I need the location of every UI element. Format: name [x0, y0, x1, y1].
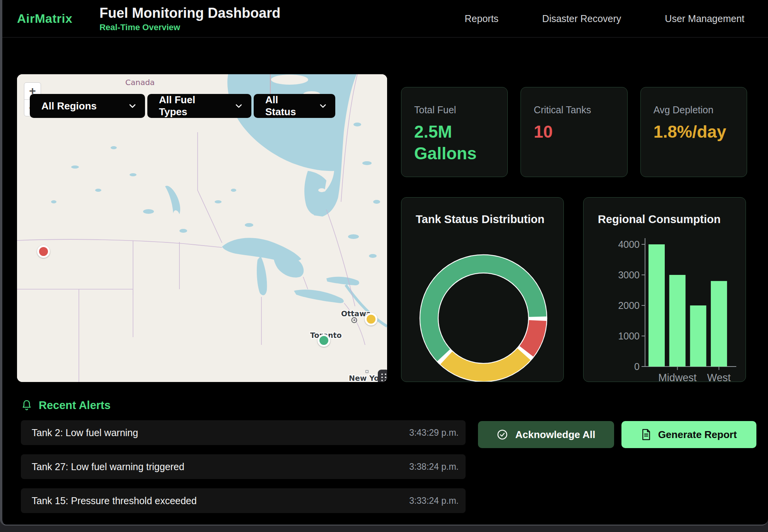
page-subtitle: Real-Time Overview	[99, 22, 280, 32]
chevron-down-icon	[236, 104, 242, 108]
alert-time: 3:38:24 p.m.	[409, 462, 459, 472]
nav-user-management[interactable]: User Management	[665, 13, 744, 24]
right-panel: Total Fuel 2.5M Gallons Critical Tanks 1…	[401, 87, 747, 382]
alert-time: 3:43:29 p.m.	[409, 428, 459, 438]
alert-row: Tank 15: Pressure threshold exceeded 3:3…	[21, 488, 466, 513]
alerts-list-panel: Recent Alerts Tank 2: Low fuel warning 3…	[21, 399, 466, 513]
svg-text:1000: 1000	[618, 331, 640, 341]
page-title: Fuel Monitoring Dashboard	[99, 5, 280, 21]
status-filter-value: All Status	[265, 94, 310, 118]
window-bottom-strip	[0, 525, 768, 531]
new-york-city-icon	[366, 370, 368, 373]
stat-value: 2.5M Gallons	[414, 121, 497, 165]
region-filter-value: All Regions	[41, 100, 97, 112]
alert-message: Tank 15: Pressure threshold exceeded	[32, 495, 197, 506]
map-label-canada: Canada	[125, 78, 155, 87]
stat-label: Critical Tanks	[534, 104, 616, 116]
acknowledge-all-label: Acknowledge All	[515, 429, 595, 441]
fuel-type-filter-value: All Fuel Types	[159, 94, 225, 118]
svg-text:0: 0	[634, 361, 640, 372]
grip-icon[interactable]	[378, 370, 387, 382]
alert-actions: Acknowledge All Generate Report	[478, 421, 756, 513]
alert-list: Tank 2: Low fuel warning 3:43:29 p.m. Ta…	[21, 420, 466, 513]
alerts-title: Recent Alerts	[39, 399, 111, 412]
alerts-header: Recent Alerts	[21, 399, 466, 412]
generate-report-label: Generate Report	[658, 429, 737, 441]
svg-text:West: West	[707, 372, 731, 382]
svg-text:Midwest: Midwest	[658, 372, 697, 382]
fuel-map[interactable]: Canada Ottawa Toronto New York + − All	[17, 74, 387, 382]
alert-time: 3:33:24 p.m.	[409, 496, 459, 506]
chart-title: Tank Status Distribution	[401, 198, 563, 226]
chart-cards: Tank Status Distribution Regional Consum…	[401, 197, 747, 382]
stat-critical-tanks: Critical Tanks 10	[521, 87, 627, 177]
nav-disaster-recovery[interactable]: Disaster Recovery	[542, 13, 621, 24]
svg-text:4000: 4000	[618, 239, 640, 250]
alert-message: Tank 2: Low fuel warning	[32, 427, 138, 438]
region-filter-select[interactable]: All Regions	[30, 94, 145, 118]
regional-consumption-bar-chart: 01000200030004000MidwestWest	[584, 198, 746, 382]
stat-cards: Total Fuel 2.5M Gallons Critical Tanks 1…	[401, 87, 747, 177]
document-icon	[641, 429, 651, 440]
tank-marker-warning[interactable]	[365, 313, 377, 326]
tank-status-donut-chart	[418, 252, 549, 382]
svg-text:3000: 3000	[618, 269, 640, 280]
main-nav: Reports Disaster Recovery User Managemen…	[465, 13, 768, 24]
acknowledge-all-button[interactable]: Acknowledge All	[478, 421, 614, 448]
stat-value: 10	[534, 121, 616, 143]
alert-row: Tank 27: Low fuel warning triggered 3:38…	[21, 454, 466, 479]
recent-alerts-section: Recent Alerts Tank 2: Low fuel warning 3…	[2, 382, 768, 513]
stat-total-fuel: Total Fuel 2.5M Gallons	[401, 87, 508, 177]
chevron-down-icon	[320, 104, 326, 108]
stat-label: Avg Depletion	[654, 104, 736, 116]
tank-status-chart-card: Tank Status Distribution	[401, 197, 564, 382]
svg-text:2000: 2000	[618, 300, 640, 311]
tank-marker-normal[interactable]	[317, 334, 330, 347]
page-title-block: Fuel Monitoring Dashboard Real-Time Over…	[99, 5, 280, 32]
chevron-down-icon	[129, 104, 136, 108]
stat-avg-depletion: Avg Depletion 1.8%/day	[640, 87, 747, 177]
generate-report-button[interactable]: Generate Report	[621, 421, 756, 448]
stat-label: Total Fuel	[414, 104, 497, 116]
tank-marker-critical[interactable]	[37, 245, 50, 258]
main-content: Canada Ottawa Toronto New York + − All	[2, 38, 768, 382]
check-circle-icon	[497, 429, 508, 440]
alert-row: Tank 2: Low fuel warning 3:43:29 p.m.	[21, 420, 466, 445]
stat-value: 1.8%/day	[654, 121, 736, 143]
map-canvas[interactable]: Canada Ottawa Toronto New York	[17, 74, 387, 382]
top-bar: AirMatrix Fuel Monitoring Dashboard Real…	[2, 0, 768, 38]
brand-logo: AirMatrix	[17, 12, 72, 26]
status-filter-select[interactable]: All Status	[254, 94, 335, 118]
nav-reports[interactable]: Reports	[465, 13, 499, 24]
map-filters: All Regions All Fuel Types All Status	[30, 94, 335, 118]
regional-consumption-chart-card: Regional Consumption 01000200030004000Mi…	[583, 197, 746, 382]
bell-icon	[21, 399, 32, 412]
alert-message: Tank 27: Low fuel warning triggered	[32, 461, 184, 472]
fuel-type-filter-select[interactable]: All Fuel Types	[147, 94, 251, 118]
dashboard-root: AirMatrix Fuel Monitoring Dashboard Real…	[0, 0, 768, 525]
